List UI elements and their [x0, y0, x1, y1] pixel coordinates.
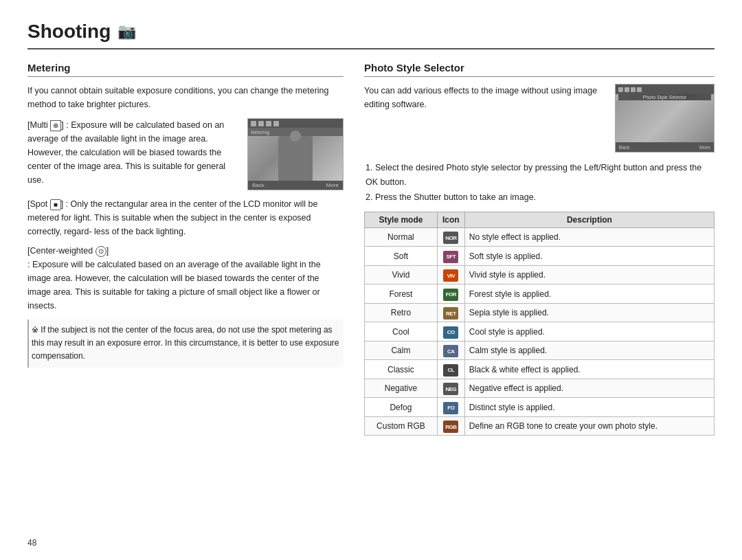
style-desc-cell: Negative effect is applied. [464, 379, 714, 398]
style-desc-cell: Cool style is applied. [464, 322, 714, 341]
style-mode-cell: Forest [365, 284, 438, 304]
style-mode-cell: Soft [365, 247, 438, 266]
table-header-icon: Icon [437, 212, 464, 227]
style-desc-cell: Distinct style is applied. [464, 398, 714, 417]
center-weighted-text: [Center-weighted ⊙]: Exposure will be ca… [27, 246, 321, 311]
style-icon-cell: RET [437, 303, 464, 322]
style-mode-cell: Defog [365, 398, 438, 417]
metering-section: Metering If you cannot obtain suitable e… [27, 62, 344, 436]
table-row: RetroRETSepia style is applied. [365, 303, 715, 322]
style-desc-cell: Sepia style is applied. [464, 303, 714, 322]
step-2: 2. Press the Shutter button to take an i… [366, 190, 715, 205]
style-mode-cell: Negative [365, 379, 438, 398]
table-row: NormalNORNo style effect is applied. [365, 227, 715, 247]
table-row: CalmCACalm style is applied. [365, 341, 715, 360]
style-icon-cell: CO [437, 322, 464, 341]
style-desc-cell: Soft style is applied. [464, 247, 714, 266]
multi-label: [Multi ⊕] : Exposure will be calculated … [27, 120, 225, 185]
page-number: 48 [27, 538, 36, 548]
table-header-desc: Description [464, 212, 714, 227]
table-row: ClassicCLBlack & white effect is applied… [365, 360, 715, 379]
style-mode-cell: Calm [365, 341, 438, 360]
img-back-label: Back [252, 182, 265, 188]
title-text: Shooting [27, 21, 111, 43]
metering-intro-text: If you cannot obtain suitable exposure c… [27, 84, 344, 111]
photo-style-intro-text: You can add various effects to the image… [364, 84, 607, 153]
style-icon-cell: NOR [437, 227, 464, 247]
style-icon-cell: RGB [437, 416, 464, 436]
style-mode-cell: Cool [365, 322, 438, 341]
table-row: ForestFORForest style is applied. [365, 284, 715, 304]
style-mode-cell: Vivid [365, 265, 438, 284]
center-weighted-section: [Center-weighted ⊙]: Exposure will be ca… [27, 244, 344, 313]
multi-section: [Multi ⊕] : Exposure will be calculated … [27, 118, 344, 190]
two-column-layout: Metering If you cannot obtain suitable e… [27, 62, 715, 436]
spot-section: [Spot ■] : Only the rectangular area in … [27, 197, 344, 238]
style-mode-cell: Retro [365, 303, 438, 322]
metering-label-overlay: Metering [251, 130, 269, 135]
style-icon-cell: CA [437, 341, 464, 360]
photo-style-screenshot: Photo Style Selector Back More [615, 84, 715, 153]
style-icon-cell: FO [437, 398, 464, 417]
metering-screenshot: Metering Back More [247, 118, 344, 190]
photo-style-heading: Photo Style Selector [364, 62, 715, 77]
ps-label-overlay: Photo Style Selector [618, 94, 711, 100]
style-mode-cell: Normal [365, 227, 438, 247]
spot-text: [Spot ■] : Only the rectangular area in … [27, 199, 317, 236]
style-desc-cell: Calm style is applied. [464, 341, 714, 360]
photo-style-table: Style mode Icon Description NormalNORNo … [364, 212, 715, 436]
table-row: CoolCOCool style is applied. [365, 322, 715, 341]
style-desc-cell: No style effect is applied. [464, 227, 714, 247]
style-icon-cell: SFT [437, 247, 464, 266]
metering-note: ※ If the subject is not the center of th… [27, 320, 344, 368]
style-desc-cell: Define an RGB tone to create your own ph… [464, 416, 714, 436]
ps-back-label: Back [619, 145, 630, 150]
table-row: VividVIVVivid style is applied. [365, 265, 715, 284]
style-icon-cell: FOR [437, 284, 464, 304]
table-row: NegativeNEGNegative effect is applied. [365, 379, 715, 398]
ps-more-label: More [699, 145, 710, 150]
steps-list: 1. Select the desired Photo style select… [364, 161, 715, 205]
table-row: SoftSFTSoft style is applied. [365, 247, 715, 266]
camera-icon: 📷 [117, 23, 136, 41]
page-container: Shooting 📷 Metering If you cannot obtain… [0, 0, 742, 449]
photo-style-section: Photo Style Selector You can add various… [364, 62, 715, 436]
style-icon-cell: CL [437, 360, 464, 379]
table-row: DefogFODistinct style is applied. [365, 398, 715, 417]
style-desc-cell: Vivid style is applied. [464, 265, 714, 284]
style-desc-cell: Forest style is applied. [464, 284, 714, 304]
style-icon-cell: NEG [437, 379, 464, 398]
img-more-label: More [326, 182, 339, 188]
table-row: Custom RGBRGBDefine an RGB tone to creat… [365, 416, 715, 436]
metering-heading: Metering [27, 62, 344, 77]
multi-text: [Multi ⊕] : Exposure will be calculated … [27, 118, 240, 190]
style-mode-cell: Classic [365, 360, 438, 379]
table-header-mode: Style mode [365, 212, 438, 227]
style-mode-cell: Custom RGB [365, 416, 438, 436]
style-desc-cell: Black & white effect is applied. [464, 360, 714, 379]
step-1: 1. Select the desired Photo style select… [366, 161, 715, 190]
photo-style-intro-block: You can add various effects to the image… [364, 84, 715, 153]
page-title: Shooting 📷 [27, 21, 715, 49]
style-icon-cell: VIV [437, 265, 464, 284]
